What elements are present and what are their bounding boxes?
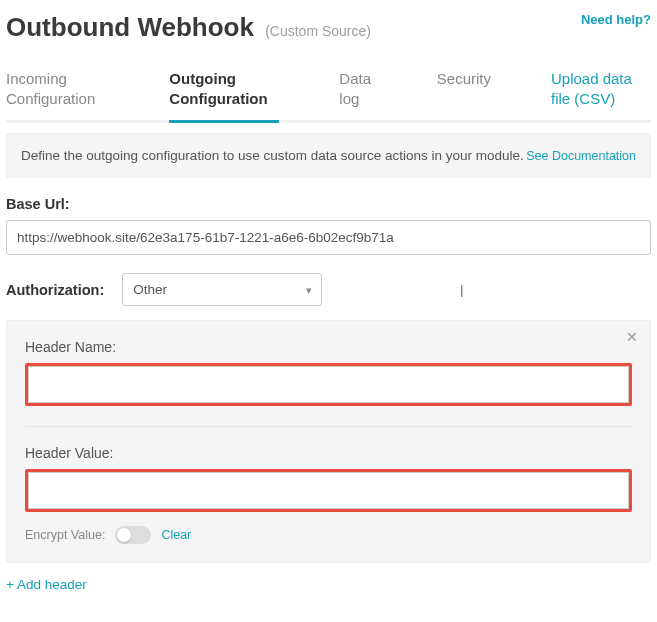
info-banner: Define the outgoing configuration to use…	[6, 133, 651, 178]
tab-incoming-configuration[interactable]: Incoming Configuration	[6, 61, 109, 120]
authorization-label: Authorization:	[6, 282, 104, 298]
encrypt-value-label: Encrypt Value:	[25, 528, 105, 542]
add-header-link[interactable]: + Add header	[6, 577, 87, 592]
tab-outgoing-configuration[interactable]: Outgoing Configuration	[169, 61, 279, 123]
header-config-panel: ✕ Header Name: Header Value: Encrypt Val…	[6, 320, 651, 563]
divider	[25, 426, 632, 427]
header-value-highlight	[25, 469, 632, 512]
base-url-input[interactable]	[6, 220, 651, 255]
title-subtitle: (Custom Source)	[265, 23, 371, 39]
header-name-highlight	[25, 363, 632, 406]
title-text: Outbound Webhook	[6, 12, 254, 42]
tab-label: Incoming Configuration	[6, 70, 95, 107]
header-value-label: Header Value:	[25, 445, 632, 461]
tab-label: Security	[437, 70, 491, 87]
tab-data-log[interactable]: Data log	[339, 61, 376, 120]
header-name-input[interactable]	[28, 366, 629, 403]
page-title: Outbound Webhook (Custom Source)	[6, 12, 371, 43]
info-text: Define the outgoing configuration to use…	[21, 148, 524, 163]
tab-label: Data log	[339, 70, 371, 107]
tab-security[interactable]: Security	[437, 61, 491, 120]
header-value-input[interactable]	[28, 472, 629, 509]
text-cursor-icon: |	[460, 283, 463, 297]
close-icon[interactable]: ✕	[626, 329, 638, 345]
need-help-link[interactable]: Need help?	[581, 12, 651, 27]
authorization-select-wrap: Other ▾	[122, 273, 322, 306]
tab-label: Outgoing Configuration	[169, 70, 267, 107]
clear-link[interactable]: Clear	[161, 528, 191, 542]
base-url-label: Base Url:	[6, 196, 651, 212]
header-name-label: Header Name:	[25, 339, 632, 355]
tab-label: Upload data file (CSV)	[551, 70, 632, 107]
tab-bar: Incoming Configuration Outgoing Configur…	[6, 61, 651, 123]
authorization-select[interactable]: Other	[122, 273, 322, 306]
tab-upload-data-file[interactable]: Upload data file (CSV)	[551, 61, 651, 120]
encrypt-toggle[interactable]	[115, 526, 151, 544]
see-documentation-link[interactable]: See Documentation	[526, 149, 636, 163]
